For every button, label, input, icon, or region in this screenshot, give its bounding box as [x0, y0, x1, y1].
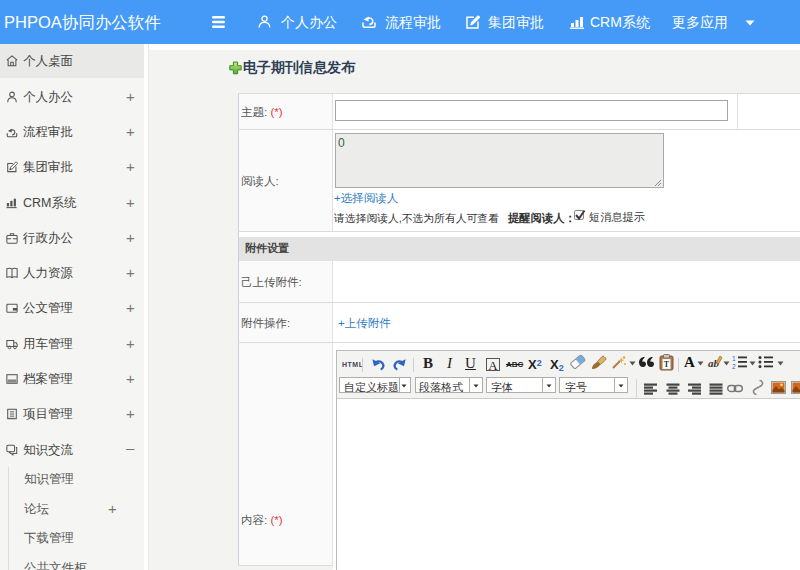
svg-text:1: 1	[732, 355, 736, 362]
svg-text:2: 2	[732, 363, 736, 370]
svg-text:T: T	[664, 360, 670, 369]
